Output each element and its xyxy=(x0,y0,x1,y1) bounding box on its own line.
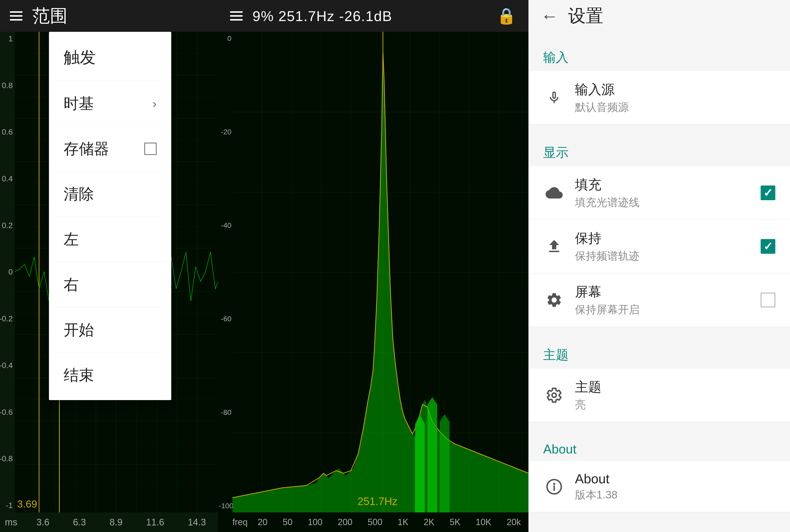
menu-title: 触发 xyxy=(49,34,171,81)
fill-checkbox[interactable] xyxy=(760,186,775,200)
about-text: About 版本1.38 xyxy=(575,471,775,502)
freq-label-1k: 1K xyxy=(398,517,408,527)
spacer-2 xyxy=(528,327,790,337)
status-display: 9% 251.7Hz -26.1dB xyxy=(252,8,392,24)
menu-item-storage[interactable]: 存储器 xyxy=(49,126,171,171)
spectrum-x-labels: 20 50 100 200 500 1K 2K 5K 10K 20k xyxy=(250,517,528,527)
settings-item-hold[interactable]: 保持 保持频谱轨迹 xyxy=(528,220,790,273)
freq-label-10k: 10K xyxy=(476,517,491,527)
screen-checkbox[interactable] xyxy=(760,293,775,307)
hold-checkbox-checked[interactable] xyxy=(760,239,775,254)
spacer-1 xyxy=(528,125,790,134)
freq-label-100: 100 xyxy=(308,517,323,527)
right-header: ← 设置 xyxy=(528,0,790,32)
hold-subtitle: 保持频谱轨迹 xyxy=(575,249,753,263)
fill-subtitle: 填充光谱迹线 xyxy=(575,195,753,210)
input-source-title: 输入源 xyxy=(575,81,775,99)
theme-text: 主题 亮 xyxy=(575,378,775,412)
section-header-theme: 主题 xyxy=(528,337,790,368)
freq-label-500: 500 xyxy=(368,517,382,527)
fill-title: 填充 xyxy=(575,176,753,194)
back-button[interactable]: ← xyxy=(541,6,558,26)
x-axis: ms 3.6 6.3 8.9 11.6 14.3 xyxy=(0,512,218,532)
cloud-icon xyxy=(543,182,565,204)
section-header-about: About xyxy=(528,432,790,461)
center-header: 9% 251.7Hz -26.1dB 🔒 xyxy=(218,0,528,32)
spectrum-x-axis: freq 20 50 100 200 500 1K 2K 5K 10K 20k xyxy=(232,512,528,532)
screen-text: 屏幕 保持屏幕开启 xyxy=(575,283,753,317)
hold-checkbox[interactable] xyxy=(760,239,775,254)
y-axis: 1 0.8 0.6 0.4 0.2 0 -0.2 -0.4 -0.6 -0.8 … xyxy=(0,32,15,512)
svg-marker-48 xyxy=(415,414,425,512)
oscilloscope-panel: 1 0.8 0.6 0.4 0.2 0 -0.2 -0.4 -0.6 -0.8 … xyxy=(0,32,218,532)
section-header-display: 显示 xyxy=(528,134,790,166)
gear-outline-icon xyxy=(543,384,565,406)
x-axis-unit: ms xyxy=(5,517,17,528)
input-source-text: 输入源 默认音频源 xyxy=(575,81,775,115)
scope-title: 范围 xyxy=(32,4,68,28)
menu-item-clear[interactable]: 清除 xyxy=(49,172,171,216)
spectrum-x-unit: freq xyxy=(232,517,248,527)
menu-item-start[interactable]: 开始 xyxy=(49,307,171,353)
settings-item-fill[interactable]: 填充 填充光谱迹线 xyxy=(528,166,790,220)
about-title: About xyxy=(575,471,775,486)
freq-label-5k: 5K xyxy=(450,517,460,527)
input-source-subtitle: 默认音频源 xyxy=(575,100,775,115)
freq-label-2k: 2K xyxy=(424,517,435,527)
settings-item-screen[interactable]: 屏幕 保持屏幕开启 xyxy=(528,273,790,327)
chevron-right-icon: › xyxy=(152,96,157,111)
svg-point-51 xyxy=(552,393,556,397)
fill-checkbox-checked[interactable] xyxy=(760,186,775,200)
center-header-left: 9% 251.7Hz -26.1dB xyxy=(230,8,392,24)
settings-item-about[interactable]: About 版本1.38 xyxy=(528,461,790,512)
menu-item-right[interactable]: 右 xyxy=(49,262,171,307)
hold-title: 保持 xyxy=(575,230,753,247)
spectrum-svg xyxy=(232,32,528,512)
settings-panel: 输入 输入源 默认音频源 显示 填充 填充光谱迹线 xyxy=(528,32,790,532)
main-content: 1 0.8 0.6 0.4 0.2 0 -0.2 -0.4 -0.6 -0.8 … xyxy=(0,32,790,532)
storage-checkbox[interactable] xyxy=(144,142,157,155)
left-header: 范围 xyxy=(0,0,218,32)
mic-icon xyxy=(543,87,565,109)
freq-label: 251.7Hz xyxy=(358,495,398,508)
theme-title: 主题 xyxy=(575,378,775,396)
time-label: 3.69 xyxy=(17,498,37,510)
x-label-5: 14.3 xyxy=(188,517,206,528)
x-label-3: 8.9 xyxy=(110,517,122,528)
info-icon xyxy=(543,476,565,498)
settings-title: 设置 xyxy=(568,4,603,28)
center-hamburger-button[interactable] xyxy=(230,11,243,21)
spectrum-display-area: 251.7Hz xyxy=(232,32,528,512)
svg-marker-49 xyxy=(427,397,437,512)
header-bar: 范围 9% 251.7Hz -26.1dB 🔒 ← 设置 xyxy=(0,0,790,32)
x-axis-labels: 3.6 6.3 8.9 11.6 14.3 xyxy=(25,517,218,528)
x-label-4: 11.6 xyxy=(146,517,164,528)
freq-label-20: 20 xyxy=(258,517,267,527)
spectrum-y-axis: 0 -20 -40 -60 -80 -100 xyxy=(218,32,232,512)
settings-item-input-source[interactable]: 输入源 默认音频源 xyxy=(528,71,790,125)
menu-item-timebase[interactable]: 时基 › xyxy=(49,81,171,126)
about-subtitle: 版本1.38 xyxy=(575,488,775,502)
screen-checkbox-unchecked[interactable] xyxy=(760,293,775,307)
x-label-1: 3.6 xyxy=(36,517,50,528)
lock-icon[interactable]: 🔒 xyxy=(497,7,516,25)
spacer-3 xyxy=(528,422,790,432)
screen-subtitle: 保持屏幕开启 xyxy=(575,302,753,317)
settings-item-theme[interactable]: 主题 亮 xyxy=(528,368,790,422)
freq-label-20k: 20k xyxy=(507,517,521,527)
menu-item-left[interactable]: 左 xyxy=(49,217,171,262)
fill-text: 填充 填充光谱迹线 xyxy=(575,176,753,210)
dropdown-menu: 触发 时基 › 存储器 清除 左 右 xyxy=(49,32,171,400)
spectrum-panel: 0 -20 -40 -60 -80 -100 xyxy=(218,32,528,532)
screen-title: 屏幕 xyxy=(575,283,753,301)
hold-text: 保持 保持频谱轨迹 xyxy=(575,230,753,263)
gear-icon xyxy=(543,289,565,311)
freq-label-200: 200 xyxy=(338,517,352,527)
freq-label-50: 50 xyxy=(283,517,293,527)
x-label-2: 6.3 xyxy=(73,517,86,528)
left-hamburger-button[interactable] xyxy=(10,11,22,21)
upload-icon xyxy=(543,235,565,258)
menu-item-end[interactable]: 结束 xyxy=(49,353,171,398)
section-header-input: 输入 xyxy=(528,39,790,71)
theme-subtitle: 亮 xyxy=(575,398,775,412)
